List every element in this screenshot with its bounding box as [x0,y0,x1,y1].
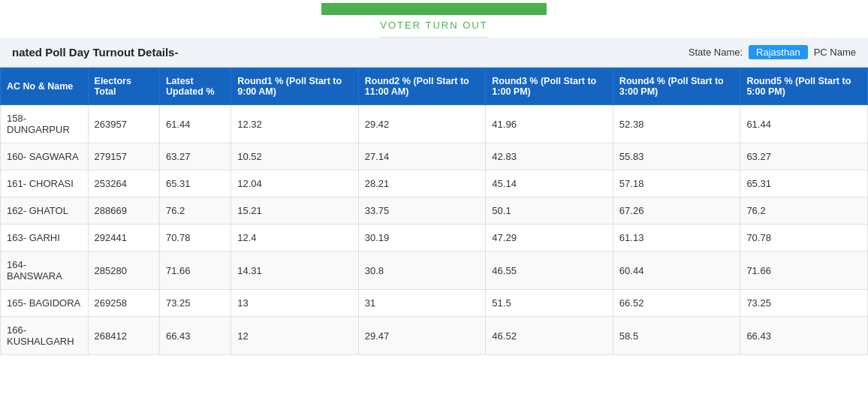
r1-cell: 13 [231,290,359,317]
r2-cell: 33.75 [358,197,486,225]
r4-cell: 57.18 [613,170,740,197]
ac-cell: 164- BANSWARA [1,252,89,290]
r2-cell: 28.21 [358,170,486,197]
electors-cell: 269258 [88,290,159,317]
r5-cell: 76.2 [740,197,868,225]
electors-cell: 292441 [88,225,159,252]
latest-cell: 61.44 [159,105,231,143]
ac-cell: 163- GARHI [1,225,89,252]
ac-cell: 160- SAGWARA [1,143,89,170]
col-header-electors: Electors Total [88,68,159,105]
latest-cell: 65.31 [159,170,231,197]
r2-cell: 30.19 [358,225,486,252]
r1-cell: 14.31 [231,252,359,290]
r4-cell: 66.52 [613,290,740,317]
header-right: State Name: Rajasthan PC Name [689,45,856,59]
state-label: State Name: [689,47,743,58]
r1-cell: 15.21 [231,197,359,225]
col-header-r4: Round4 % (Poll Start to 3:00 PM) [613,68,740,105]
page-title: nated Poll Day Turnout Details- [12,46,178,59]
ac-cell: 158- DUNGARPUR [1,105,89,143]
r5-cell: 70.78 [740,225,868,252]
r3-cell: 46.55 [486,252,613,290]
r3-cell: 51.5 [486,290,613,317]
table-container: AC No & Name Electors Total Latest Updat… [0,68,868,355]
col-header-latest: Latest Updated % [159,68,231,105]
table-row: 158- DUNGARPUR26395761.4412.3229.4241.96… [1,105,868,143]
col-header-r1: Round1 % (Poll Start to 9:00 AM) [231,68,359,105]
r5-cell: 63.27 [740,143,868,170]
col-header-r5: Round5 % (Poll Start to 5:00 PM) [740,68,868,105]
r4-cell: 67.26 [613,197,740,225]
r4-cell: 55.83 [613,143,740,170]
table-row: 161- CHORASI25326465.3112.0428.2145.1457… [1,170,868,197]
latest-cell: 66.43 [159,317,231,355]
r1-cell: 10.52 [231,143,359,170]
table-row: 164- BANSWARA28528071.6614.3130.846.5560… [1,252,868,290]
r4-cell: 61.13 [613,225,740,252]
ac-cell: 166- KUSHALGARH [1,317,89,355]
top-banner: VOTER TURN OUT [0,0,868,38]
ac-cell: 162- GHATOL [1,197,89,225]
r3-cell: 47.29 [486,225,613,252]
state-badge: Rajasthan [749,45,808,59]
electors-cell: 268412 [88,317,159,355]
r4-cell: 58.5 [613,317,740,355]
table-row: 165- BAGIDORA26925873.25133151.566.5273.… [1,290,868,317]
r1-cell: 12.04 [231,170,359,197]
latest-cell: 76.2 [159,197,231,225]
col-header-r2: Round2 % (Poll Start to 11:00 AM) [358,68,486,105]
header-bar: nated Poll Day Turnout Details- State Na… [0,38,868,68]
r3-cell: 50.1 [486,197,613,225]
r5-cell: 71.66 [740,252,868,290]
r2-cell: 29.42 [358,105,486,143]
r2-cell: 31 [358,290,486,317]
r2-cell: 27.14 [358,143,486,170]
electors-cell: 263957 [88,105,159,143]
table-body: 158- DUNGARPUR26395761.4412.3229.4241.96… [1,105,868,355]
r2-cell: 29.47 [358,317,486,355]
r4-cell: 60.44 [613,252,740,290]
r2-cell: 30.8 [358,252,486,290]
r5-cell: 66.43 [740,317,868,355]
electors-cell: 279157 [88,143,159,170]
pc-label: PC Name [814,47,856,58]
col-header-ac: AC No & Name [1,68,89,105]
latest-cell: 71.66 [159,252,231,290]
electors-cell: 285280 [88,252,159,290]
r5-cell: 73.25 [740,290,868,317]
latest-cell: 63.27 [159,143,231,170]
table-row: 166- KUSHALGARH26841266.431229.4746.5258… [1,317,868,355]
r1-cell: 12 [231,317,359,355]
latest-cell: 73.25 [159,290,231,317]
table-row: 162- GHATOL28866976.215.2133.7550.167.26… [1,197,868,225]
r5-cell: 65.31 [740,170,868,197]
r3-cell: 41.96 [486,105,613,143]
r3-cell: 42.83 [486,143,613,170]
ac-cell: 161- CHORASI [1,170,89,197]
voter-turnout-button[interactable] [321,3,547,15]
turnout-table: AC No & Name Electors Total Latest Updat… [0,68,868,355]
voter-turnout-label: VOTER TURN OUT [380,15,487,38]
table-row: 163- GARHI29244170.7812.430.1947.2961.13… [1,225,868,252]
electors-cell: 253264 [88,170,159,197]
r1-cell: 12.32 [231,105,359,143]
r1-cell: 12.4 [231,225,359,252]
r3-cell: 46.52 [486,317,613,355]
table-header-row: AC No & Name Electors Total Latest Updat… [1,68,868,105]
col-header-r3: Round3 % (Poll Start to 1:00 PM) [486,68,613,105]
r5-cell: 61.44 [740,105,868,143]
r3-cell: 45.14 [486,170,613,197]
ac-cell: 165- BAGIDORA [1,290,89,317]
table-row: 160- SAGWARA27915763.2710.5227.1442.8355… [1,143,868,170]
electors-cell: 288669 [88,197,159,225]
r4-cell: 52.38 [613,105,740,143]
latest-cell: 70.78 [159,225,231,252]
